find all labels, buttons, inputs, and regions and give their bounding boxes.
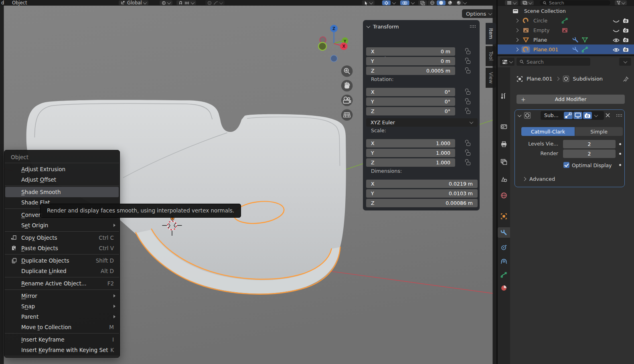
tab-item[interactable]: Item <box>486 23 496 44</box>
grid-ortho-button[interactable] <box>341 109 353 121</box>
panel-drag-handle[interactable] <box>470 25 476 28</box>
advanced-section-toggle[interactable]: Advanced <box>523 176 555 182</box>
rotation-mode-dropdown[interactable]: XYZ Euler <box>366 118 478 127</box>
menu-add[interactable]: d <box>1 0 4 6</box>
outliner-row-empty[interactable]: Empty <box>498 25 634 35</box>
edit-mode-display-toggle[interactable] <box>564 112 573 119</box>
menu-item-insert-keyframe[interactable]: Insert KeyframeI <box>4 334 120 345</box>
tab-world-icon[interactable] <box>500 192 507 199</box>
camera-visibility-icon[interactable] <box>622 46 629 53</box>
render-levels-field[interactable]: 2 <box>563 150 616 158</box>
tab-scene-icon[interactable] <box>500 176 507 183</box>
outliner-row-plane001[interactable]: Plane.001 <box>498 44 634 54</box>
expand-chevron[interactable] <box>515 47 519 51</box>
tab-physics-icon[interactable] <box>500 258 507 265</box>
modifier-drag-handle[interactable] <box>616 114 622 117</box>
optimal-display-checkbox[interactable] <box>563 162 569 168</box>
location-x-field[interactable]: X0 m <box>366 47 455 56</box>
shading-material-button[interactable] <box>446 0 454 5</box>
camera-view-button[interactable] <box>341 95 353 106</box>
proportional-editing-group[interactable] <box>205 0 225 5</box>
outliner-row-scene-collection[interactable]: Scene Collection <box>498 6 634 16</box>
rotation-x-field[interactable]: X0° <box>366 88 455 96</box>
dimensions-y-field[interactable]: Y0.0103 m <box>366 189 478 198</box>
tab-tool-icon[interactable] <box>500 93 507 99</box>
eye-closed-icon[interactable] <box>613 18 620 25</box>
camera-visibility-icon[interactable] <box>622 36 629 43</box>
lock-icon[interactable] <box>465 67 471 73</box>
menu-item-duplicate-linked[interactable]: Duplicate LinkedAlt D <box>4 266 120 276</box>
menu-item-move-to-collection[interactable]: Move to CollectionM <box>4 322 120 332</box>
pan-tool-button[interactable] <box>341 80 353 92</box>
shading-rendered-button[interactable] <box>454 0 463 5</box>
tab-object-icon[interactable] <box>500 213 507 220</box>
dimensions-z-field[interactable]: Z0.00086 m <box>366 199 478 207</box>
tab-view[interactable]: View <box>486 68 496 88</box>
close-icon[interactable] <box>605 113 610 118</box>
menu-item-adjust-extrusion[interactable]: Adjust Extrusion <box>4 164 120 174</box>
shading-solid-button[interactable] <box>437 0 446 5</box>
breadcrumb-modifier[interactable]: Subdivision <box>573 76 603 82</box>
breadcrumb-object[interactable]: Plane.001 <box>527 76 553 82</box>
tab-modifiers-icon[interactable] <box>500 229 507 236</box>
camera-visibility-icon[interactable] <box>622 27 629 34</box>
expand-chevron[interactable] <box>515 38 519 42</box>
eye-closed-icon[interactable] <box>613 28 620 35</box>
location-z-field[interactable]: Z0.0005 m <box>366 67 455 75</box>
menu-item-snap[interactable]: Snap <box>4 301 120 311</box>
pin-icon[interactable] <box>623 76 629 82</box>
select-cursor-dropdown[interactable] <box>362 0 375 5</box>
expand-chevron[interactable] <box>515 28 519 32</box>
menu-item-parent[interactable]: Parent <box>4 311 120 322</box>
outliner-display-mode-dropdown[interactable] <box>505 0 518 5</box>
properties-search-input[interactable]: Search <box>517 58 590 66</box>
lock-icon[interactable] <box>465 98 471 104</box>
show-overlays-toggle[interactable] <box>400 0 409 5</box>
animate-dot[interactable] <box>619 143 621 145</box>
menu-item-insert-keyframe-keying-set[interactable]: Insert Keyframe with Keying SetK <box>4 345 120 355</box>
catmull-clark-button[interactable]: Catmull-Clark <box>521 127 575 136</box>
outliner-filter-id-dropdown[interactable] <box>521 0 534 5</box>
transform-orientation-dropdown[interactable]: Global <box>119 0 148 5</box>
levels-viewport-field[interactable]: 2 <box>563 140 616 148</box>
shading-dropdown-chevron[interactable] <box>463 0 467 4</box>
location-y-field[interactable]: Y0 m <box>366 57 455 65</box>
expand-chevron[interactable] <box>515 18 519 22</box>
snap-toggle-group[interactable] <box>176 0 196 5</box>
realtime-display-toggle[interactable] <box>573 112 582 119</box>
tab-tool[interactable]: Tool <box>486 46 496 66</box>
eye-open-icon[interactable] <box>613 47 620 53</box>
camera-visibility-icon[interactable] <box>622 17 629 24</box>
simple-button[interactable]: Simple <box>575 127 623 136</box>
editor-divider[interactable] <box>496 0 498 364</box>
properties-options-chevron[interactable] <box>619 58 631 66</box>
menu-item-rename-active-object[interactable]: Rename Active Object...F2 <box>4 278 120 289</box>
gizmo-minus-z[interactable] <box>330 55 337 62</box>
zoom-tool-button[interactable] <box>341 65 353 77</box>
render-display-toggle[interactable] <box>583 112 592 119</box>
shading-wireframe-button[interactable] <box>428 0 437 5</box>
lock-icon[interactable] <box>465 140 471 146</box>
gizmo-dropdown-chevron[interactable] <box>392 0 396 4</box>
tab-particles-icon[interactable] <box>500 244 507 251</box>
animate-dot[interactable] <box>619 153 621 155</box>
xray-toggle[interactable] <box>418 0 427 5</box>
overlays-dropdown-chevron[interactable] <box>411 0 415 4</box>
modifier-expand-chevron[interactable] <box>518 113 522 117</box>
lock-icon[interactable] <box>465 89 471 95</box>
menu-item-paste-objects[interactable]: Paste ObjectsCtrl V <box>4 243 120 253</box>
eye-open-icon[interactable] <box>613 37 620 44</box>
outliner-properties-divider[interactable] <box>498 55 634 56</box>
options-button[interactable]: Options <box>462 9 496 18</box>
dimensions-x-field[interactable]: X0.0219 m <box>366 180 478 188</box>
menu-object[interactable]: Object <box>12 0 27 6</box>
tab-material-icon[interactable] <box>500 285 507 291</box>
outliner-row-circle[interactable]: Circle <box>498 16 634 25</box>
tab-render-icon[interactable] <box>500 123 507 130</box>
animate-dot[interactable] <box>619 164 621 166</box>
outliner-filter-dropdown[interactable] <box>615 0 627 5</box>
editor-type-dropdown[interactable] <box>500 58 514 66</box>
lock-icon[interactable] <box>465 108 471 114</box>
lock-icon[interactable] <box>465 159 471 165</box>
lock-icon[interactable] <box>465 58 471 64</box>
